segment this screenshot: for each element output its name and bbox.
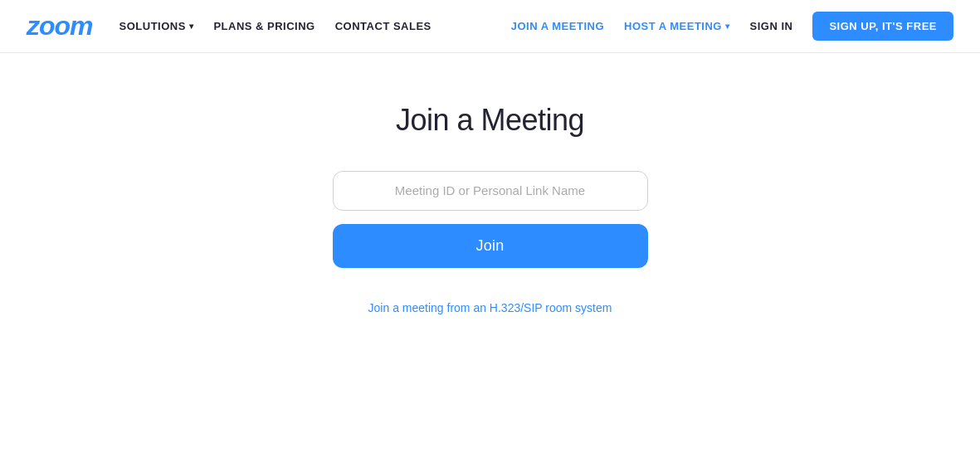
nav-solutions[interactable]: SOLUTIONS ▾ (119, 20, 194, 32)
nav-sign-in-label: SIGN IN (749, 20, 792, 32)
nav-contact-sales[interactable]: CONTACT SALES (335, 20, 431, 32)
sip-room-link[interactable]: Join a meeting from an H.323/SIP room sy… (368, 301, 612, 314)
page-title: Join a Meeting (396, 103, 584, 138)
header-right: JOIN A MEETING HOST A MEETING ▾ SIGN IN … (511, 12, 953, 41)
nav-host-meeting-label: HOST A MEETING (624, 20, 722, 32)
header-left: zoom SOLUTIONS ▾ PLANS & PRICING CONTACT… (27, 11, 431, 41)
main-content: Join a Meeting Join Join a meeting from … (0, 53, 980, 348)
join-button[interactable]: Join (333, 224, 648, 268)
nav-join-meeting[interactable]: JOIN A MEETING (511, 20, 604, 32)
signup-button[interactable]: SIGN UP, IT'S FREE (812, 12, 953, 41)
solutions-chevron-icon: ▾ (189, 22, 194, 31)
nav-left: SOLUTIONS ▾ PLANS & PRICING CONTACT SALE… (119, 20, 431, 32)
nav-plans-pricing[interactable]: PLANS & PRICING (213, 20, 314, 32)
join-form: Join (333, 171, 648, 268)
nav-join-meeting-label: JOIN A MEETING (511, 20, 604, 32)
nav-contact-sales-label: CONTACT SALES (335, 20, 431, 32)
header: zoom SOLUTIONS ▾ PLANS & PRICING CONTACT… (0, 0, 980, 53)
nav-solutions-label: SOLUTIONS (119, 20, 186, 32)
nav-plans-pricing-label: PLANS & PRICING (213, 20, 314, 32)
nav-sign-in[interactable]: SIGN IN (749, 20, 792, 32)
zoom-logo[interactable]: zoom (27, 11, 93, 41)
nav-host-meeting[interactable]: HOST A MEETING ▾ (624, 20, 729, 32)
host-chevron-icon: ▾ (725, 22, 730, 31)
meeting-id-input[interactable] (333, 171, 648, 211)
